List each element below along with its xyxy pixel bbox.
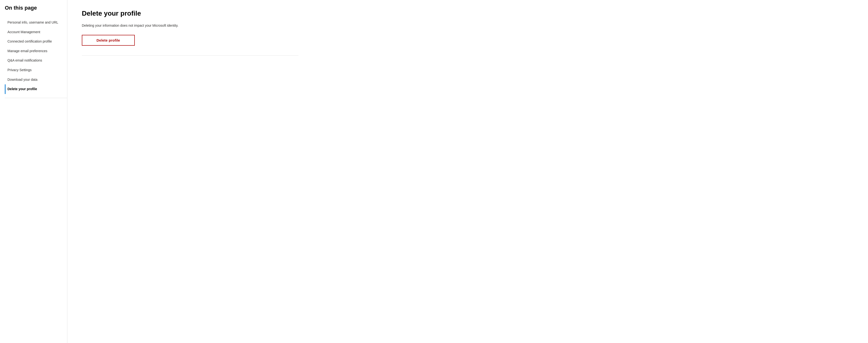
sidebar-item-download-data[interactable]: Download your data bbox=[5, 75, 67, 84]
description-text: Deleting your information does not impac… bbox=[82, 23, 299, 28]
sidebar-item-manage-email[interactable]: Manage email preferences bbox=[5, 46, 67, 56]
delete-profile-button[interactable]: Delete profile bbox=[82, 35, 135, 46]
content-section: Delete your profile Deleting your inform… bbox=[82, 10, 299, 56]
sidebar-item-personal-info[interactable]: Personal info, username and URL bbox=[5, 18, 67, 27]
sidebar-item-qa-email[interactable]: Q&A email notifications bbox=[5, 56, 67, 65]
sidebar-item-delete-profile[interactable]: Delete your profile bbox=[5, 84, 67, 94]
sidebar-title: On this page bbox=[5, 5, 67, 12]
sidebar-item-account-management[interactable]: Account Management bbox=[5, 27, 67, 37]
sidebar-item-privacy-settings[interactable]: Privacy Settings bbox=[5, 65, 67, 75]
page-title: Delete your profile bbox=[82, 10, 299, 17]
sidebar-item-connected-certification[interactable]: Connected certification profile bbox=[5, 37, 67, 46]
sidebar-nav: Personal info, username and URL Account … bbox=[5, 18, 67, 94]
sidebar: On this page Personal info, username and… bbox=[0, 0, 67, 343]
main-content: Delete your profile Deleting your inform… bbox=[67, 0, 868, 343]
